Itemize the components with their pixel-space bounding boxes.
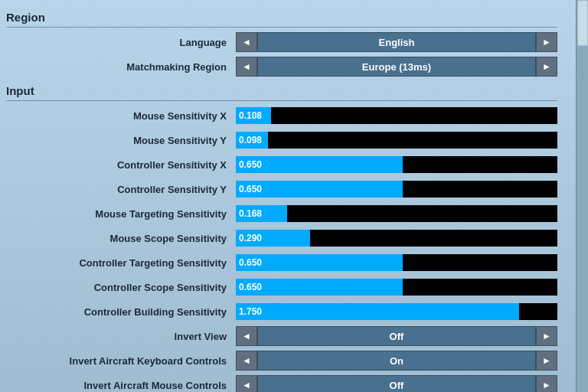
- slider-fill-8: [236, 303, 519, 320]
- selector-2: ◄ Off ►: [236, 375, 557, 392]
- slider-value-7: 0.650: [239, 282, 262, 292]
- slider-label-7: Controller Scope Sensitivity: [6, 282, 236, 293]
- slider-value-0: 0.108: [239, 110, 262, 121]
- selector-label-0: Invert View: [6, 331, 236, 342]
- slider-3[interactable]: 0.650: [236, 181, 557, 198]
- slider-value-2: 0.650: [239, 159, 262, 170]
- slider-label-4: Mouse Targeting Sensitivity: [6, 208, 236, 220]
- slider-label-3: Controller Sensitivity Y: [6, 184, 236, 195]
- matchmaking-right-arrow[interactable]: ►: [536, 57, 557, 77]
- slider-value-8: 1.750: [239, 306, 262, 317]
- slider-row-3: Controller Sensitivity Y 0.650: [6, 178, 557, 201]
- selector-right-1[interactable]: ►: [536, 351, 557, 371]
- selector-1: ◄ On ►: [236, 351, 557, 371]
- matchmaking-selector: ◄ Europe (13ms) ►: [236, 57, 557, 77]
- slider-row-0: Mouse Sensitivity X 0.108: [6, 104, 557, 127]
- slider-value-4: 0.168: [239, 208, 262, 219]
- selector-0: ◄ Off ►: [236, 326, 557, 346]
- slider-5[interactable]: 0.290: [236, 230, 557, 247]
- selector-right-0[interactable]: ►: [536, 326, 557, 346]
- language-selector: ◄ English ►: [236, 32, 557, 52]
- selector-left-0[interactable]: ◄: [236, 326, 257, 346]
- language-label: Language: [6, 37, 236, 48]
- slider-label-2: Controller Sensitivity X: [6, 159, 236, 171]
- selector-value-0: Off: [257, 326, 536, 346]
- slider-1[interactable]: 0.098: [236, 132, 557, 149]
- slider-0[interactable]: 0.108: [236, 107, 557, 124]
- region-section-header: Region: [6, 6, 557, 28]
- sliders-container: Mouse Sensitivity X 0.108 Mouse Sensitiv…: [6, 104, 557, 323]
- slider-label-6: Controller Targeting Sensitivity: [6, 257, 236, 269]
- selector-label-2: Invert Aircraft Mouse Controls: [6, 380, 236, 391]
- slider-4[interactable]: 0.168: [236, 205, 557, 222]
- slider-row-8: Controller Building Sensitivity 1.750: [6, 300, 557, 323]
- slider-row-6: Controller Targeting Sensitivity 0.650: [6, 251, 557, 274]
- slider-row-7: Controller Scope Sensitivity 0.650: [6, 276, 557, 299]
- slider-2[interactable]: 0.650: [236, 156, 557, 173]
- slider-row-2: Controller Sensitivity X 0.650: [6, 153, 557, 176]
- slider-value-5: 0.290: [239, 233, 262, 243]
- language-row: Language ◄ English ►: [6, 31, 557, 54]
- slider-value-1: 0.098: [239, 135, 262, 145]
- scrollbar-thumb[interactable]: [577, 0, 588, 46]
- selector-row-2: Invert Aircraft Mouse Controls ◄ Off ►: [6, 374, 557, 392]
- matchmaking-row: Matchmaking Region ◄ Europe (13ms) ►: [6, 55, 557, 78]
- selector-value-2: Off: [257, 375, 536, 392]
- slider-value-3: 0.650: [239, 184, 262, 194]
- scrollbar[interactable]: [576, 0, 588, 392]
- input-section-header: Input: [6, 80, 557, 101]
- slider-label-1: Mouse Sensitivity Y: [6, 135, 236, 146]
- slider-label-8: Controller Building Sensitivity: [6, 306, 236, 318]
- matchmaking-value: Europe (13ms): [257, 57, 536, 77]
- selector-left-2[interactable]: ◄: [236, 375, 257, 392]
- content-area: Region Language ◄ English ► Matchmaking …: [0, 0, 576, 392]
- selector-row-0: Invert View ◄ Off ►: [6, 325, 557, 348]
- slider-row-1: Mouse Sensitivity Y 0.098: [6, 129, 557, 152]
- slider-label-5: Mouse Scope Sensitivity: [6, 233, 236, 244]
- slider-row-4: Mouse Targeting Sensitivity 0.168: [6, 202, 557, 225]
- settings-panel: Region Language ◄ English ► Matchmaking …: [0, 0, 588, 392]
- matchmaking-label: Matchmaking Region: [6, 61, 236, 73]
- selectors-container: Invert View ◄ Off ► Invert Aircraft Keyb…: [6, 325, 557, 392]
- selector-left-1[interactable]: ◄: [236, 351, 257, 371]
- slider-row-5: Mouse Scope Sensitivity 0.290: [6, 227, 557, 250]
- slider-value-6: 0.650: [239, 257, 262, 268]
- selector-label-1: Invert Aircraft Keyboard Controls: [6, 355, 236, 367]
- selector-value-1: On: [257, 351, 536, 371]
- slider-7[interactable]: 0.650: [236, 279, 557, 296]
- slider-8[interactable]: 1.750: [236, 303, 557, 320]
- slider-6[interactable]: 0.650: [236, 254, 557, 271]
- slider-label-0: Mouse Sensitivity X: [6, 110, 236, 122]
- language-right-arrow[interactable]: ►: [536, 32, 557, 52]
- selector-right-2[interactable]: ►: [536, 375, 557, 392]
- selector-row-1: Invert Aircraft Keyboard Controls ◄ On ►: [6, 349, 557, 372]
- language-left-arrow[interactable]: ◄: [236, 32, 257, 52]
- language-value: English: [257, 32, 536, 52]
- matchmaking-left-arrow[interactable]: ◄: [236, 57, 257, 77]
